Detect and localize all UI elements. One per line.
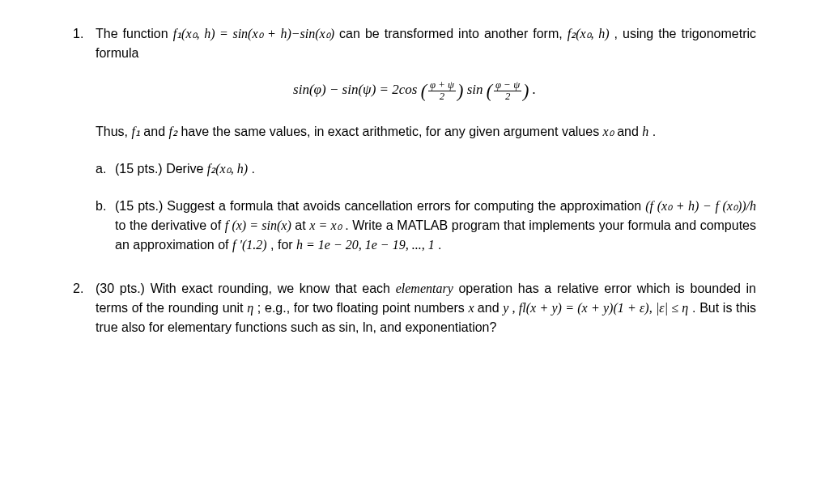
math-x0: x₀: [603, 125, 614, 138]
math-fl: y , fl(x + y) = (x + y)(1 + ε), |ε| ≤ η: [503, 301, 688, 315]
frac2-den: 2: [494, 91, 521, 102]
math-x: x: [468, 301, 477, 315]
math: (f (x₀ + h) − f (x₀))/h: [645, 199, 756, 213]
text: and: [614, 125, 643, 138]
math-f1: f₁: [131, 125, 139, 138]
text: to the derivative of: [115, 218, 225, 232]
part-a-letter: a.: [96, 159, 115, 179]
problem-2-body: (30 pts.) With exact rounding, we know t…: [96, 279, 756, 337]
problem-2: 2. (30 pts.) With exact rounding, we kno…: [73, 279, 756, 337]
text: at: [291, 218, 310, 232]
problem-2-number: 2.: [73, 279, 96, 337]
part-b-body: (15 pts.) Suggest a formula that avoids …: [115, 197, 756, 255]
paren-open: (: [487, 81, 492, 101]
text: Thus,: [96, 125, 131, 138]
math-eta: η: [247, 301, 253, 315]
text: ; e.g., for two floating point numbers: [253, 301, 468, 315]
text: The function: [96, 27, 173, 40]
math: x = x₀: [309, 218, 341, 232]
part-a-body: (15 pts.) Derive f₂(x₀, h) .: [115, 159, 756, 179]
problem-1-number: 1.: [73, 24, 96, 63]
text: can be transformed into another form,: [334, 27, 568, 40]
text: (15 pts.) Suggest a formula that avoids …: [115, 199, 645, 213]
text: , for: [267, 238, 296, 252]
text: and: [140, 125, 169, 138]
math: f ′(1.2): [232, 238, 267, 252]
problem-1-body: The function f₁(x₀, h) = sin(x₀ + h)−sin…: [96, 24, 756, 63]
math-f2: f₂: [169, 125, 177, 138]
part-a: a. (15 pts.) Derive f₂(x₀, h) .: [96, 159, 756, 179]
math-f2-ref: f₂(x₀, h): [568, 27, 610, 40]
text: .: [248, 162, 255, 176]
text: .: [435, 238, 442, 252]
part-b: b. (15 pts.) Suggest a formula that avoi…: [96, 197, 756, 255]
fraction-2: φ − ψ2: [494, 80, 521, 103]
text: (30 pts.) With exact rounding, we know t…: [96, 282, 396, 295]
math: h = 1e − 20, 1e − 19, ..., 1: [296, 238, 435, 252]
math-f1-def: f₁(x₀, h) = sin(x₀ + h)−sin(x₀): [173, 27, 334, 40]
frac2-num: φ − ψ: [494, 80, 521, 91]
text: (15 pts.) Derive: [115, 162, 207, 176]
problem-1-intro: 1. The function f₁(x₀, h) = sin(x₀ + h)−…: [73, 24, 756, 63]
thus-paragraph: Thus, f₁ and f₂ have the same values, in…: [96, 122, 756, 142]
formula-lhs: sin(φ) − sin(ψ) = 2cos: [293, 82, 421, 97]
formula-end: .: [529, 82, 536, 97]
elementary-italic: elementary: [396, 282, 453, 295]
problem-2-intro: 2. (30 pts.) With exact rounding, we kno…: [73, 279, 756, 337]
text: and: [478, 301, 503, 315]
frac1-den: 2: [428, 91, 456, 102]
part-b-letter: b.: [96, 197, 115, 255]
trig-formula: sin(φ) − sin(ψ) = 2cos (φ + ψ2) sin (φ −…: [73, 78, 756, 104]
formula-mid: sin: [463, 82, 486, 97]
problem-1: 1. The function f₁(x₀, h) = sin(x₀ + h)−…: [73, 24, 756, 255]
text: .: [648, 125, 656, 138]
text: have the same values, in exact arithmeti…: [177, 125, 603, 138]
math: f (x) = sin(x): [225, 218, 291, 232]
fraction-1: φ + ψ2: [428, 80, 456, 103]
math: f₂(x₀, h): [207, 162, 248, 176]
frac1-num: φ + ψ: [428, 80, 456, 91]
paren-open: (: [421, 81, 427, 101]
